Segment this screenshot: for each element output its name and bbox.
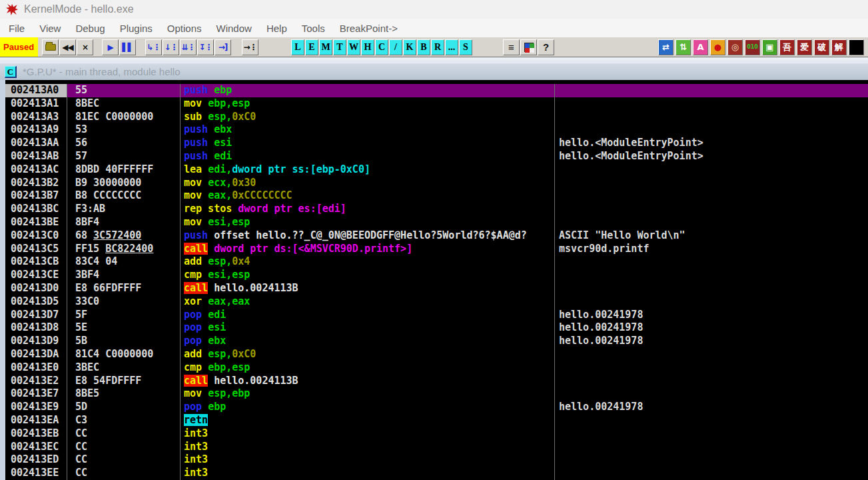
bytes-cell: 5E (67, 321, 180, 335)
menu-view[interactable]: View (32, 23, 68, 34)
disasm-row[interactable]: 002413EBCCint3 (5, 427, 868, 441)
plugin-pause-button[interactable]: ⇅ (675, 39, 691, 55)
menu-file[interactable]: File (1, 23, 32, 34)
menu-debug[interactable]: Debug (68, 23, 112, 34)
step-into-button[interactable]: ↳⋮ (145, 39, 162, 55)
instruction-cell: call hello.0024113B (180, 282, 554, 295)
run-button[interactable]: ▶ (102, 39, 119, 55)
disasm-row[interactable]: 002413EDCCint3 (5, 453, 868, 467)
letter-button-k[interactable]: K (403, 39, 416, 55)
instruction-cell: rep stos dword ptr es:[edi] (180, 203, 554, 216)
plugin-a-button[interactable]: A (693, 39, 708, 55)
plugin-ai-button[interactable]: 爱 (797, 39, 812, 55)
plugin-target-button[interactable]: ◎ (727, 39, 743, 55)
disasm-row[interactable]: 002413A18BECmov ebp,esp (5, 97, 868, 111)
animate-into-icon: ⇊⋮ (181, 43, 195, 51)
animate-over-button[interactable]: ↧⋮ (197, 39, 214, 55)
letter-button-slash[interactable]: / (389, 39, 402, 55)
comment-cell: msvcr90d.printf (554, 243, 868, 256)
menu-plugins[interactable]: Plugins (113, 23, 160, 34)
disasm-row[interactable]: 002413DA81C4 C0000000add esp,0xC0 (5, 348, 868, 361)
letter-a-icon: A (697, 42, 703, 52)
disassembly-view[interactable]: 002413A055push ebp002413A18BECmov ebp,es… (0, 80, 868, 480)
menu-options[interactable]: Options (160, 23, 209, 34)
disasm-row[interactable]: 002413CB83C4 04add esp,0x4 (5, 255, 868, 269)
close-icon: × (82, 43, 88, 51)
trace-button[interactable]: →⋮ (242, 39, 258, 55)
disasm-row[interactable]: 002413A953push ebx (5, 123, 868, 137)
plugin-wu-button[interactable]: 吾 (779, 39, 795, 55)
disasm-row[interactable]: 002413E78BE5mov esp,ebp (5, 387, 868, 401)
letter-button-w[interactable]: W (347, 39, 360, 55)
log-window-button[interactable]: ≡ (503, 39, 520, 55)
letter-button-e[interactable]: E (305, 39, 318, 55)
letter-button-l[interactable]: L (291, 39, 304, 55)
disasm-row[interactable]: 002413B2B9 30000000mov ecx,0x30 (5, 177, 868, 190)
disasm-row[interactable]: 002413A055push ebp (5, 84, 868, 97)
disasm-row[interactable]: 002413EAC3retn (5, 414, 868, 427)
execute-till-return-button[interactable]: →] (215, 39, 231, 55)
disasm-row[interactable]: 002413E03BECcmp ebp,esp (5, 361, 868, 375)
address-cell: 002413B2 (5, 177, 67, 190)
disasm-row[interactable]: 002413D75Fpop edihello.00241978 (5, 309, 868, 322)
menu-window[interactable]: Window (209, 23, 259, 34)
letter-button-s[interactable]: S (459, 39, 472, 55)
plugin-jie-button[interactable]: 解 (831, 39, 847, 55)
disasm-row[interactable]: 002413AC8DBD 40FFFFFFlea edi,dword ptr s… (5, 163, 868, 177)
letter-button-m[interactable]: M (319, 39, 332, 55)
bytes-cell: 81C4 C0000000 (67, 348, 180, 361)
bytes-cell: CC (67, 441, 180, 454)
help-button[interactable]: ? (538, 39, 554, 55)
instruction-cell: int3 (180, 441, 554, 454)
plugin-record-button[interactable]: ● (710, 39, 725, 55)
disasm-row[interactable]: 002413BCF3:ABrep stos dword ptr es:[edi] (5, 203, 868, 216)
step-over-button[interactable]: ↓⋮ (163, 39, 179, 55)
mdi-child-caption[interactable]: C *G.P.U* - main thread, module hello (0, 63, 868, 80)
disasm-row[interactable]: 002413EECCint3 (5, 467, 868, 480)
address-cell: 002413E0 (5, 361, 67, 375)
letter-button-c[interactable]: C (375, 39, 388, 55)
close-button[interactable]: × (77, 39, 93, 55)
disasm-row[interactable]: 002413D533C0xor eax,eax (5, 295, 868, 309)
menu-tools[interactable]: Tools (294, 23, 332, 34)
letter-button-t[interactable]: T (333, 39, 346, 55)
disasm-row[interactable]: 002413E95Dpop ebphello.00241978 (5, 401, 868, 414)
disasm-row[interactable]: 002413CE3BF4cmp esi,esp (5, 269, 868, 282)
instruction-cell: call hello.0024113B (180, 375, 554, 388)
letter-button-dots[interactable]: ... (445, 39, 458, 55)
disasm-row[interactable]: 002413D0E8 66FDFFFFcall hello.0024113B (5, 282, 868, 295)
cpu-tab-icon[interactable]: C (5, 66, 17, 78)
disasm-row[interactable]: 002413AB57push edihello.<ModuleEntryPoin… (5, 150, 868, 163)
plugin-swap-button[interactable]: ⇄ (658, 39, 673, 55)
letter-button-h[interactable]: H (361, 39, 374, 55)
disasm-row[interactable]: 002413C068 3C572400push offset hello.??_… (5, 229, 868, 243)
menu-help[interactable]: Help (259, 23, 294, 34)
letter-button-r[interactable]: R (431, 39, 444, 55)
menu-breakpoint[interactable]: BreakPoint-> (332, 23, 405, 34)
disasm-row[interactable]: 002413E2E8 54FDFFFFcall hello.0024113B (5, 375, 868, 388)
pause-button[interactable]: ▌▌ (119, 39, 136, 55)
instruction-cell: mov ecx,0x30 (180, 177, 554, 190)
comment-cell (554, 269, 868, 282)
appearance-button[interactable] (520, 39, 537, 55)
instruction-cell: mov eax,0xCCCCCCCC (180, 189, 554, 203)
comment-cell (554, 177, 868, 190)
disasm-row[interactable]: 002413A381EC C0000000sub esp,0xC0 (5, 111, 868, 124)
disasm-row[interactable]: 002413D95Bpop ebxhello.00241978 (5, 335, 868, 348)
animate-into-button[interactable]: ⇊⋮ (180, 39, 197, 55)
plugin-window-button[interactable]: ▣ (762, 39, 777, 55)
disasm-row[interactable]: 002413BE8BF4mov esi,esp (5, 216, 868, 229)
disasm-row[interactable]: 002413B7B8 CCCCCCCCmov eax,0xCCCCCCCC (5, 189, 868, 203)
plugin-po-button[interactable]: 破 (814, 39, 829, 55)
disasm-row[interactable]: 002413C5FF15 BC822400call dword ptr ds:[… (5, 243, 868, 256)
plugin-binary-button[interactable]: 010 (745, 39, 760, 55)
plugin-black-button[interactable] (849, 39, 864, 55)
disasm-row[interactable]: 002413AA56push esihello.<ModuleEntryPoin… (5, 137, 868, 150)
open-file-button[interactable] (42, 39, 59, 55)
letter-button-b[interactable]: B (417, 39, 430, 55)
comment-cell (554, 203, 868, 216)
disasm-row[interactable]: 002413D85Epop esihello.00241978 (5, 321, 868, 335)
restart-button[interactable]: ◀◀ (59, 39, 76, 55)
disasm-row[interactable]: 002413ECCCint3 (5, 441, 868, 454)
comment-cell (554, 216, 868, 229)
